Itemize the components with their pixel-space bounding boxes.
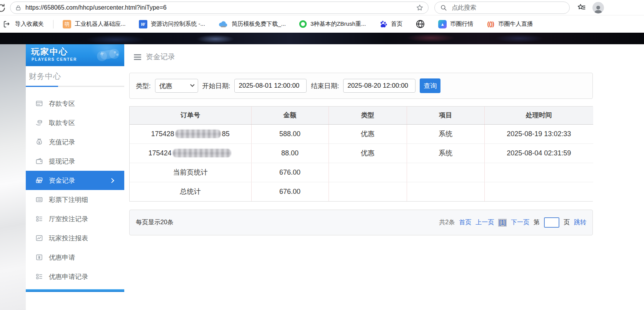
section-divider: [26, 86, 124, 87]
sidebar-item-recharge-records[interactable]: 充值记录: [26, 132, 124, 152]
time-cell: 2025-08-04 02:31:59: [484, 143, 593, 163]
sidebar-item-label: 优惠申请记录: [49, 272, 88, 281]
type-cell: 优惠: [329, 143, 407, 163]
bookmark-item-live-stream[interactable]: (()) 币圈牛人直播: [486, 20, 533, 28]
jump-go-link[interactable]: 跳转: [574, 218, 586, 227]
sidebar-item-deposit[interactable]: 存款专区: [26, 94, 124, 113]
col-amount: 金额: [251, 107, 329, 124]
recharge-bag-icon: [35, 138, 43, 146]
type-select-value: 优惠: [159, 82, 172, 90]
bookmark-item-coin-market[interactable]: ▲ 币圈行情: [438, 20, 473, 28]
lock-icon: [15, 5, 22, 11]
amount-cell: 88.00: [251, 143, 329, 163]
jump-prefix-label: 第: [534, 218, 540, 227]
address-bar[interactable]: https://658065.com/hhcp/usercenter.html?…: [10, 2, 429, 14]
bookmark-import[interactable]: 导入收藏夹: [3, 20, 44, 28]
funds-table: 订单号 金额 类型 项目 处理时间 17542885 588.00 优惠 系统 …: [129, 106, 593, 202]
start-date-label: 开始日期:: [202, 82, 230, 90]
menu-icon[interactable]: [134, 54, 141, 60]
sidebar-item-label: 厅室投注记录: [49, 215, 88, 223]
table-row: 17542885 588.00 优惠 系统 2025-08-19 13:02:3…: [130, 124, 593, 143]
current-page-indicator: [1]: [498, 219, 507, 227]
bookmark-item-home[interactable]: 首页: [379, 20, 402, 28]
sidebar-item-label: 玩家投注报表: [49, 234, 88, 243]
table-stat-row: 当前页统计 676.00: [130, 163, 593, 182]
lottery-detail-icon: [35, 196, 43, 203]
table-header-row: 订单号 金额 类型 项目 处理时间: [130, 107, 593, 124]
filter-panel: 类型: 优惠 开始日期: 结束日期: 查询: [129, 73, 593, 99]
bookmark-star-icon[interactable]: [416, 4, 424, 12]
per-page-label: 每页显示20条: [136, 218, 174, 227]
bookmark-item-globe[interactable]: [415, 19, 425, 29]
bookmark-item-access-control[interactable]: W 资源访问控制系统 -...: [139, 20, 205, 28]
funds-record-icon: [35, 177, 43, 184]
main-content: 资金记录 类型: 优惠 开始日期: 结束日期: 查询 订单号: [129, 44, 593, 310]
pagination-controls: 共2条 首页 上一页 [1] 下一页 第 页 跳转: [439, 217, 586, 228]
reload-icon[interactable]: [0, 3, 6, 13]
gamepad-icon: [94, 47, 122, 64]
globe-icon: [415, 19, 425, 29]
sidebar-item-label: 充值记录: [49, 138, 75, 147]
time-cell: 2025-08-19 13:02:33: [484, 124, 593, 143]
sidebar-item-hall-bet-records[interactable]: 厅室投注记录: [26, 209, 124, 228]
page-jump-input[interactable]: [544, 217, 559, 228]
bookmark-item-resume-template[interactable]: 简历模板免费下载_...: [218, 20, 286, 28]
sidebar-item-withdraw[interactable]: 取款专区: [26, 113, 124, 132]
stat-amount-cell: 676.00: [251, 182, 329, 201]
type-label: 类型:: [136, 82, 151, 90]
sidebar-item-label: 资金记录: [49, 176, 75, 185]
promo-record-icon: [35, 273, 43, 280]
start-date-input[interactable]: [234, 79, 307, 93]
sidebar-nav: 存款专区 取款专区 充值记录 提现记录: [26, 94, 124, 286]
col-project: 项目: [407, 107, 484, 124]
bookmark-item-zbrush[interactable]: 3种基本的ZBrush重...: [299, 20, 366, 28]
withdraw-hand-icon: [35, 119, 43, 127]
bookmark-label: 工业机器人基础应...: [75, 20, 126, 28]
bookmark-label: 币圈行情: [450, 20, 473, 28]
sidebar-item-label: 优惠申请: [49, 253, 75, 262]
bookmarks-separator: [53, 20, 53, 28]
page-hero-strip: [0, 33, 644, 44]
col-type: 类型: [329, 107, 407, 124]
profile-avatar[interactable]: [592, 2, 604, 13]
end-date-input[interactable]: [343, 79, 415, 93]
sidebar-item-promo-apply-records[interactable]: 优惠申请记录: [26, 267, 124, 286]
sidebar-title: 玩家中心: [31, 46, 68, 58]
bookmark-label: 导入收藏夹: [15, 20, 44, 28]
sidebar: 玩家中心 PLAYERS CENTER 财务中心 存款专区: [26, 44, 124, 310]
next-page-link[interactable]: 下一页: [511, 218, 529, 227]
page-title-row: 资金记录: [134, 52, 175, 62]
next-section-banner: [26, 289, 124, 292]
browser-search-box[interactable]: 点此搜索: [434, 2, 570, 14]
favorites-list-icon[interactable]: [577, 3, 586, 12]
masked-digits: [173, 149, 231, 157]
baidu-paw-icon: [379, 20, 387, 28]
prev-page-link[interactable]: 上一页: [475, 218, 494, 227]
wn-badge-icon: W: [139, 20, 147, 28]
first-page-link[interactable]: 首页: [459, 218, 471, 227]
sidebar-item-withdrawal-records[interactable]: 提现记录: [26, 152, 124, 171]
stat-amount-cell: 676.00: [251, 163, 329, 182]
sidebar-item-lottery-bet-detail[interactable]: 彩票下注明细: [26, 190, 124, 209]
sidebar-item-label: 提现记录: [49, 157, 75, 166]
url-text[interactable]: https://658065.com/hhcp/usercenter.html?…: [25, 4, 416, 11]
pagination-bar: 每页显示20条 共2条 首页 上一页 [1] 下一页 第 页 跳转: [129, 210, 593, 235]
sidebar-item-funds-records[interactable]: 资金记录: [26, 171, 124, 190]
bookmark-item-robot[interactable]: 萌 工业机器人基础应...: [63, 20, 126, 28]
search-placeholder: 点此搜索: [452, 4, 476, 12]
bookmark-label: 首页: [391, 20, 402, 28]
jump-suffix-label: 页: [564, 218, 570, 227]
bookmark-label: 币圈牛人直播: [498, 20, 533, 28]
sidebar-item-player-bet-report[interactable]: 玩家投注报表: [26, 228, 124, 248]
sidebar-item-label: 存款专区: [49, 99, 75, 108]
sidebar-item-promo-apply[interactable]: 优惠申请: [26, 248, 124, 267]
browser-window: https://658065.com/hhcp/usercenter.html?…: [0, 0, 644, 310]
table-row: 175424 88.00 优惠 系统 2025-08-04 02:31:59: [130, 143, 593, 163]
stat-label-cell: 当前页统计: [130, 163, 251, 182]
type-select[interactable]: 优惠: [155, 79, 198, 93]
query-button[interactable]: 查询: [420, 78, 440, 93]
hall-bet-icon: [35, 215, 43, 223]
chevron-down-icon: [190, 83, 194, 87]
bookmarks-bar: 导入收藏夹 萌 工业机器人基础应... W 资源访问控制系统 -... 简历模板…: [0, 15, 644, 33]
project-cell: 系统: [407, 124, 484, 143]
